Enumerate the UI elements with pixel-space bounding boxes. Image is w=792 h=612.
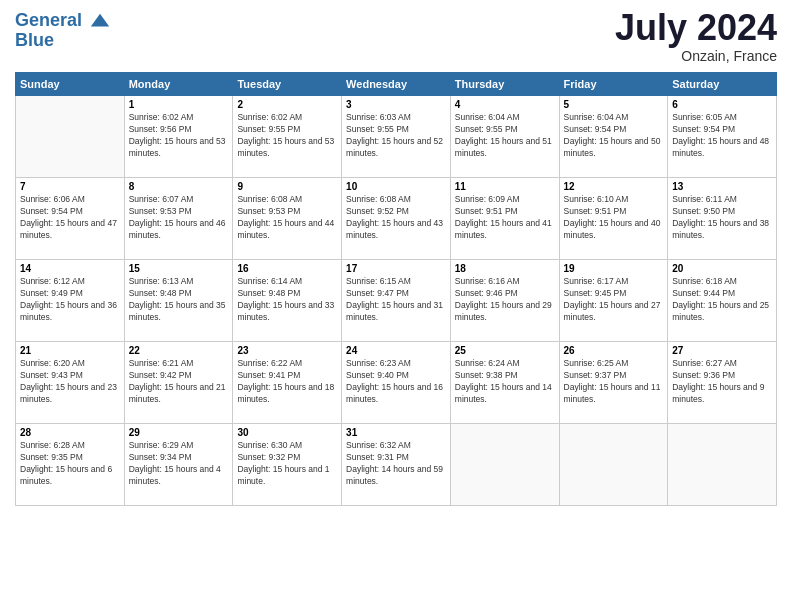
day-number: 25 — [455, 345, 555, 356]
day-info: Sunrise: 6:12 AMSunset: 9:49 PMDaylight:… — [20, 276, 120, 324]
day-number: 14 — [20, 263, 120, 274]
table-row: 19 Sunrise: 6:17 AMSunset: 9:45 PMDaylig… — [559, 260, 668, 342]
day-info: Sunrise: 6:23 AMSunset: 9:40 PMDaylight:… — [346, 358, 446, 406]
table-row: 15 Sunrise: 6:13 AMSunset: 9:48 PMDaylig… — [124, 260, 233, 342]
day-number: 10 — [346, 181, 446, 192]
table-row — [668, 424, 777, 506]
table-row: 3 Sunrise: 6:03 AMSunset: 9:55 PMDayligh… — [342, 96, 451, 178]
day-number: 28 — [20, 427, 120, 438]
header: General Blue July 2024 Onzain, France — [15, 10, 777, 64]
day-info: Sunrise: 6:07 AMSunset: 9:53 PMDaylight:… — [129, 194, 229, 242]
table-row — [559, 424, 668, 506]
svg-marker-0 — [91, 14, 109, 27]
day-number: 8 — [129, 181, 229, 192]
day-info: Sunrise: 6:29 AMSunset: 9:34 PMDaylight:… — [129, 440, 229, 488]
calendar-week-row: 7 Sunrise: 6:06 AMSunset: 9:54 PMDayligh… — [16, 178, 777, 260]
location: Onzain, France — [615, 48, 777, 64]
day-info: Sunrise: 6:08 AMSunset: 9:52 PMDaylight:… — [346, 194, 446, 242]
day-number: 31 — [346, 427, 446, 438]
day-number: 15 — [129, 263, 229, 274]
table-row: 13 Sunrise: 6:11 AMSunset: 9:50 PMDaylig… — [668, 178, 777, 260]
calendar-week-row: 1 Sunrise: 6:02 AMSunset: 9:56 PMDayligh… — [16, 96, 777, 178]
table-row: 16 Sunrise: 6:14 AMSunset: 9:48 PMDaylig… — [233, 260, 342, 342]
header-sunday: Sunday — [16, 73, 125, 96]
day-info: Sunrise: 6:08 AMSunset: 9:53 PMDaylight:… — [237, 194, 337, 242]
day-info: Sunrise: 6:16 AMSunset: 9:46 PMDaylight:… — [455, 276, 555, 324]
month-title: July 2024 — [615, 10, 777, 46]
day-number: 3 — [346, 99, 446, 110]
day-info: Sunrise: 6:30 AMSunset: 9:32 PMDaylight:… — [237, 440, 337, 488]
title-block: July 2024 Onzain, France — [615, 10, 777, 64]
header-thursday: Thursday — [450, 73, 559, 96]
day-number: 21 — [20, 345, 120, 356]
day-info: Sunrise: 6:03 AMSunset: 9:55 PMDaylight:… — [346, 112, 446, 160]
day-number: 23 — [237, 345, 337, 356]
calendar-table: Sunday Monday Tuesday Wednesday Thursday… — [15, 72, 777, 506]
table-row: 7 Sunrise: 6:06 AMSunset: 9:54 PMDayligh… — [16, 178, 125, 260]
table-row: 11 Sunrise: 6:09 AMSunset: 9:51 PMDaylig… — [450, 178, 559, 260]
logo: General Blue — [15, 10, 111, 51]
day-number: 11 — [455, 181, 555, 192]
day-number: 27 — [672, 345, 772, 356]
header-tuesday: Tuesday — [233, 73, 342, 96]
day-info: Sunrise: 6:14 AMSunset: 9:48 PMDaylight:… — [237, 276, 337, 324]
table-row — [450, 424, 559, 506]
table-row: 12 Sunrise: 6:10 AMSunset: 9:51 PMDaylig… — [559, 178, 668, 260]
day-info: Sunrise: 6:18 AMSunset: 9:44 PMDaylight:… — [672, 276, 772, 324]
day-number: 24 — [346, 345, 446, 356]
day-number: 5 — [564, 99, 664, 110]
day-number: 4 — [455, 99, 555, 110]
table-row: 9 Sunrise: 6:08 AMSunset: 9:53 PMDayligh… — [233, 178, 342, 260]
table-row: 20 Sunrise: 6:18 AMSunset: 9:44 PMDaylig… — [668, 260, 777, 342]
table-row: 27 Sunrise: 6:27 AMSunset: 9:36 PMDaylig… — [668, 342, 777, 424]
calendar-week-row: 28 Sunrise: 6:28 AMSunset: 9:35 PMDaylig… — [16, 424, 777, 506]
day-number: 20 — [672, 263, 772, 274]
day-info: Sunrise: 6:20 AMSunset: 9:43 PMDaylight:… — [20, 358, 120, 406]
table-row: 26 Sunrise: 6:25 AMSunset: 9:37 PMDaylig… — [559, 342, 668, 424]
table-row: 1 Sunrise: 6:02 AMSunset: 9:56 PMDayligh… — [124, 96, 233, 178]
table-row: 21 Sunrise: 6:20 AMSunset: 9:43 PMDaylig… — [16, 342, 125, 424]
day-info: Sunrise: 6:05 AMSunset: 9:54 PMDaylight:… — [672, 112, 772, 160]
header-saturday: Saturday — [668, 73, 777, 96]
header-wednesday: Wednesday — [342, 73, 451, 96]
day-info: Sunrise: 6:17 AMSunset: 9:45 PMDaylight:… — [564, 276, 664, 324]
day-number: 6 — [672, 99, 772, 110]
day-number: 2 — [237, 99, 337, 110]
day-info: Sunrise: 6:32 AMSunset: 9:31 PMDaylight:… — [346, 440, 446, 488]
table-row: 24 Sunrise: 6:23 AMSunset: 9:40 PMDaylig… — [342, 342, 451, 424]
day-number: 19 — [564, 263, 664, 274]
table-row: 22 Sunrise: 6:21 AMSunset: 9:42 PMDaylig… — [124, 342, 233, 424]
logo-text: General — [15, 10, 111, 32]
day-info: Sunrise: 6:27 AMSunset: 9:36 PMDaylight:… — [672, 358, 772, 406]
day-number: 16 — [237, 263, 337, 274]
day-info: Sunrise: 6:21 AMSunset: 9:42 PMDaylight:… — [129, 358, 229, 406]
day-number: 18 — [455, 263, 555, 274]
table-row: 23 Sunrise: 6:22 AMSunset: 9:41 PMDaylig… — [233, 342, 342, 424]
day-number: 7 — [20, 181, 120, 192]
day-info: Sunrise: 6:02 AMSunset: 9:56 PMDaylight:… — [129, 112, 229, 160]
calendar-header-row: Sunday Monday Tuesday Wednesday Thursday… — [16, 73, 777, 96]
table-row: 25 Sunrise: 6:24 AMSunset: 9:38 PMDaylig… — [450, 342, 559, 424]
day-info: Sunrise: 6:10 AMSunset: 9:51 PMDaylight:… — [564, 194, 664, 242]
day-number: 26 — [564, 345, 664, 356]
day-number: 29 — [129, 427, 229, 438]
day-info: Sunrise: 6:04 AMSunset: 9:54 PMDaylight:… — [564, 112, 664, 160]
day-info: Sunrise: 6:22 AMSunset: 9:41 PMDaylight:… — [237, 358, 337, 406]
table-row: 31 Sunrise: 6:32 AMSunset: 9:31 PMDaylig… — [342, 424, 451, 506]
day-number: 1 — [129, 99, 229, 110]
day-number: 9 — [237, 181, 337, 192]
table-row: 30 Sunrise: 6:30 AMSunset: 9:32 PMDaylig… — [233, 424, 342, 506]
day-info: Sunrise: 6:02 AMSunset: 9:55 PMDaylight:… — [237, 112, 337, 160]
day-number: 12 — [564, 181, 664, 192]
table-row: 28 Sunrise: 6:28 AMSunset: 9:35 PMDaylig… — [16, 424, 125, 506]
day-info: Sunrise: 6:06 AMSunset: 9:54 PMDaylight:… — [20, 194, 120, 242]
logo-blue: Blue — [15, 30, 111, 51]
table-row: 6 Sunrise: 6:05 AMSunset: 9:54 PMDayligh… — [668, 96, 777, 178]
header-monday: Monday — [124, 73, 233, 96]
day-info: Sunrise: 6:25 AMSunset: 9:37 PMDaylight:… — [564, 358, 664, 406]
day-number: 17 — [346, 263, 446, 274]
header-friday: Friday — [559, 73, 668, 96]
day-number: 22 — [129, 345, 229, 356]
table-row: 4 Sunrise: 6:04 AMSunset: 9:55 PMDayligh… — [450, 96, 559, 178]
day-info: Sunrise: 6:09 AMSunset: 9:51 PMDaylight:… — [455, 194, 555, 242]
